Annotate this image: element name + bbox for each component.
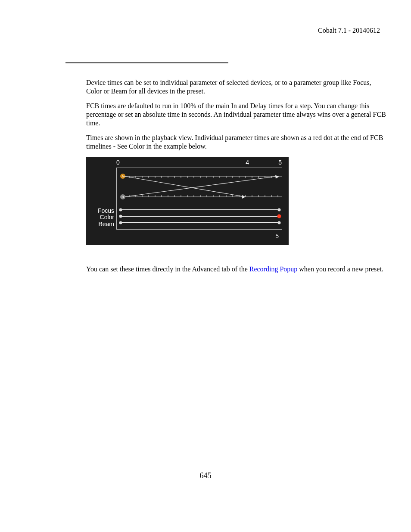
svg-point-61 [119, 221, 122, 224]
label-color: Color [90, 214, 114, 221]
recording-popup-link[interactable]: Recording Popup [249, 265, 298, 273]
horizontal-rule [65, 62, 228, 63]
svg-marker-29 [275, 175, 279, 179]
svg-point-63 [278, 221, 281, 224]
fcb-labels: Focus Color Beam [90, 208, 114, 227]
svg-point-58 [278, 208, 281, 212]
paragraph-1: Device times can be set to individual pa… [86, 78, 388, 96]
axis-mark-0: 0 [116, 159, 120, 167]
paragraph-4b: when you record a new preset. [297, 265, 383, 273]
page-header: Cobalt 7.1 - 20140612 [318, 27, 380, 34]
svg-point-59 [119, 215, 122, 218]
page-number: 645 [0, 471, 411, 480]
label-focus: Focus [90, 208, 114, 214]
diagram-top-axis: 0 4 5 [116, 159, 285, 167]
diagram-bottom-axis-5: 5 [275, 233, 279, 240]
label-beam: Beam [90, 221, 114, 227]
svg-line-26 [124, 176, 246, 197]
marker-a-label: A [121, 174, 124, 178]
marker-b-label: B [121, 195, 124, 199]
svg-point-56 [119, 208, 122, 212]
timeline-svg: A B [116, 168, 282, 230]
color-red-dot-icon [277, 215, 281, 218]
axis-mark-5: 5 [278, 159, 282, 167]
body-content: Device times can be set to individual pa… [86, 78, 388, 280]
paragraph-2: FCB times are defaulted to run in 100% o… [86, 102, 388, 128]
timeline-diagram: 0 4 5 A [86, 157, 289, 245]
svg-line-28 [124, 176, 278, 197]
axis-mark-4: 4 [246, 159, 249, 167]
paragraph-3: Times are shown in the playback view. In… [86, 134, 388, 151]
paragraph-4a: You can set these times directly in the … [86, 265, 249, 273]
paragraph-4: You can set these times directly in the … [86, 265, 388, 274]
